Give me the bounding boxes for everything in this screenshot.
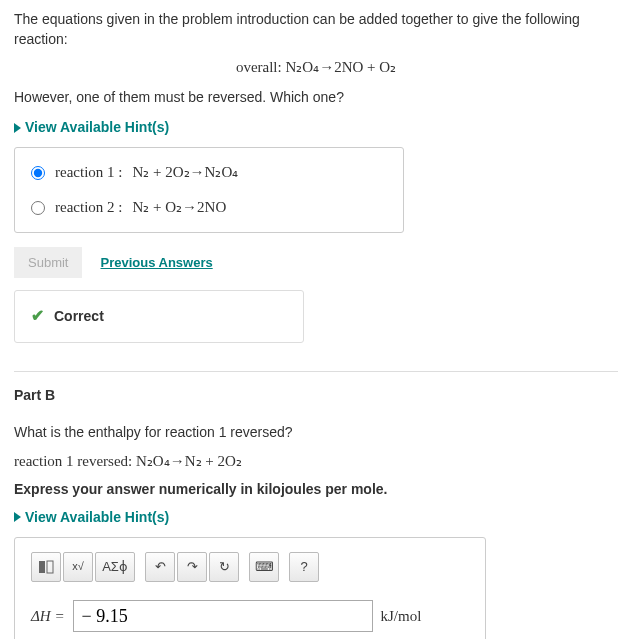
overall-label: overall: bbox=[236, 59, 282, 75]
undo-button[interactable]: ↶ bbox=[145, 552, 175, 582]
choice-2-radio[interactable] bbox=[31, 201, 45, 215]
unit-label: kJ/mol bbox=[381, 606, 422, 627]
express-instruction: Express your answer numerically in kiloj… bbox=[14, 480, 618, 500]
part-b-question: What is the enthalpy for reaction 1 reve… bbox=[14, 423, 618, 443]
choice-1[interactable]: reaction 1 : N₂ + 2O₂→N₂O₄ bbox=[31, 162, 387, 183]
choice-box: reaction 1 : N₂ + 2O₂→N₂O₄ reaction 2 : … bbox=[14, 147, 404, 233]
view-hints-link-a[interactable]: View Available Hint(s) bbox=[14, 118, 618, 138]
choice-1-eq: N₂ + 2O₂→N₂O₄ bbox=[132, 162, 238, 183]
action-row: Submit Previous Answers bbox=[14, 247, 618, 278]
help-button[interactable]: ? bbox=[289, 552, 319, 582]
reset-button[interactable]: ↻ bbox=[209, 552, 239, 582]
hints-label: View Available Hint(s) bbox=[25, 118, 169, 138]
submit-button[interactable]: Submit bbox=[14, 247, 82, 278]
view-hints-link-b[interactable]: View Available Hint(s) bbox=[14, 508, 618, 528]
keyboard-icon: ⌨ bbox=[255, 558, 274, 576]
reset-icon: ↻ bbox=[219, 558, 230, 576]
undo-icon: ↶ bbox=[155, 558, 166, 576]
redo-icon: ↷ bbox=[187, 558, 198, 576]
previous-answers-link[interactable]: Previous Answers bbox=[100, 254, 212, 272]
check-icon: ✔ bbox=[31, 305, 44, 327]
delta-h-label: ΔH = bbox=[31, 606, 65, 627]
answer-input[interactable] bbox=[73, 600, 373, 632]
followup-text: However, one of them must be reversed. W… bbox=[14, 88, 618, 108]
rxn-rev-label: reaction 1 reversed: bbox=[14, 453, 132, 469]
sqrt-icon: x√ bbox=[72, 559, 84, 574]
answer-shell: x√ ΑΣϕ ↶ ↷ ↻ ⌨ ? ΔH = bbox=[14, 537, 486, 639]
feedback-text: Correct bbox=[54, 307, 104, 327]
format-button[interactable] bbox=[31, 552, 61, 582]
greek-button[interactable]: ΑΣϕ bbox=[95, 552, 135, 582]
format-icon bbox=[38, 559, 54, 575]
greek-icon: ΑΣϕ bbox=[102, 558, 128, 576]
rxn-rev-eq: N₂O₄→N₂ + 2O₂ bbox=[136, 453, 242, 469]
svg-rect-1 bbox=[47, 561, 53, 573]
overall-equation: overall: N₂O₄→2NO + O₂ bbox=[14, 57, 618, 78]
templates-button[interactable]: x√ bbox=[63, 552, 93, 582]
intro-text: The equations given in the problem intro… bbox=[14, 10, 618, 49]
equation-toolbar: x√ ΑΣϕ ↶ ↷ ↻ ⌨ ? bbox=[31, 552, 469, 582]
keyboard-button[interactable]: ⌨ bbox=[249, 552, 279, 582]
choice-2-label: reaction 2 : bbox=[55, 197, 122, 218]
help-icon: ? bbox=[300, 558, 307, 576]
reaction-reversed: reaction 1 reversed: N₂O₄→N₂ + 2O₂ bbox=[14, 451, 618, 472]
part-b-title: Part B bbox=[14, 386, 618, 406]
hints-label-b: View Available Hint(s) bbox=[25, 508, 169, 528]
chevron-right-icon bbox=[14, 123, 21, 133]
redo-button[interactable]: ↷ bbox=[177, 552, 207, 582]
choice-1-label: reaction 1 : bbox=[55, 162, 122, 183]
part-b-section: Part B What is the enthalpy for reaction… bbox=[14, 371, 618, 639]
svg-rect-0 bbox=[39, 561, 45, 573]
answer-line: ΔH = kJ/mol bbox=[31, 600, 469, 632]
overall-eq-formula: N₂O₄→2NO + O₂ bbox=[285, 59, 396, 75]
choice-2-eq: N₂ + O₂→2NO bbox=[132, 197, 226, 218]
feedback-box: ✔ Correct bbox=[14, 290, 304, 342]
chevron-right-icon bbox=[14, 512, 21, 522]
choice-2[interactable]: reaction 2 : N₂ + O₂→2NO bbox=[31, 197, 387, 218]
choice-1-radio[interactable] bbox=[31, 166, 45, 180]
